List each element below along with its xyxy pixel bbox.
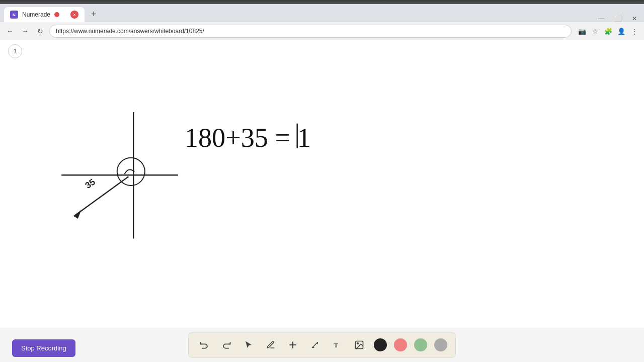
new-tab-button[interactable]: + bbox=[87, 7, 101, 21]
browser-frame: N Numerade × + — ⬜ ✕ ← → ↻ 📷 ☆ 🧩 👤 ⋮ bbox=[0, 0, 644, 362]
svg-point-4 bbox=[117, 158, 145, 186]
select-tool-button[interactable] bbox=[241, 337, 256, 352]
add-element-button[interactable] bbox=[285, 337, 300, 352]
bottom-bar: Stop Recording bbox=[0, 328, 644, 362]
refresh-button[interactable]: ↻ bbox=[34, 25, 46, 37]
whiteboard-content[interactable]: 1 35 180+35 = 1 bbox=[0, 40, 644, 328]
color-gray-button[interactable] bbox=[434, 338, 447, 351]
stop-recording-button[interactable]: Stop Recording bbox=[12, 339, 75, 357]
extension-icon[interactable]: 🧩 bbox=[603, 26, 614, 37]
back-button[interactable]: ← bbox=[4, 25, 16, 37]
browser-toolbar-icons: 📷 ☆ 🧩 👤 ⋮ bbox=[577, 26, 640, 37]
minimize-button[interactable]: — bbox=[595, 15, 607, 22]
color-pink-button[interactable] bbox=[394, 338, 407, 351]
close-button[interactable]: ✕ bbox=[629, 15, 640, 22]
camera-icon[interactable]: 📷 bbox=[577, 26, 588, 37]
address-input[interactable] bbox=[49, 25, 572, 38]
menu-icon[interactable]: ⋮ bbox=[629, 26, 640, 37]
color-green-button[interactable] bbox=[414, 338, 427, 351]
svg-line-10 bbox=[312, 342, 318, 348]
undo-button[interactable] bbox=[197, 337, 212, 352]
svg-point-15 bbox=[357, 343, 359, 344]
color-black-button[interactable] bbox=[374, 338, 387, 351]
forward-button[interactable]: → bbox=[19, 25, 31, 37]
whiteboard-svg: 35 180+35 = 1 bbox=[0, 40, 644, 328]
svg-text:35: 35 bbox=[83, 176, 97, 191]
svg-marker-3 bbox=[74, 210, 82, 219]
profile-icon[interactable]: 👤 bbox=[616, 26, 627, 37]
maximize-button[interactable]: ⬜ bbox=[611, 15, 625, 22]
svg-text:T: T bbox=[334, 341, 338, 349]
redo-button[interactable] bbox=[219, 337, 234, 352]
recording-dot bbox=[54, 12, 59, 17]
text-tool-button[interactable]: T bbox=[330, 337, 345, 352]
tab-title: Numerade bbox=[22, 11, 50, 18]
svg-text:180+35 = 1: 180+35 = 1 bbox=[185, 123, 311, 153]
window-controls: — ⬜ ✕ bbox=[595, 15, 640, 22]
drawing-toolbar: T bbox=[188, 332, 456, 358]
pen-tool-button[interactable] bbox=[263, 337, 278, 352]
tab-favicon: N bbox=[10, 11, 18, 19]
bookmark-icon[interactable]: ☆ bbox=[590, 26, 601, 37]
image-tool-button[interactable] bbox=[352, 337, 367, 352]
svg-line-2 bbox=[74, 176, 128, 216]
tab-close-button[interactable]: × bbox=[70, 11, 78, 19]
address-bar-row: ← → ↻ 📷 ☆ 🧩 👤 ⋮ bbox=[0, 22, 644, 40]
highlight-tool-button[interactable] bbox=[307, 337, 323, 352]
chrome-top-bar bbox=[0, 0, 644, 4]
active-tab[interactable]: N Numerade × bbox=[4, 7, 85, 22]
tab-bar: N Numerade × + — ⬜ ✕ bbox=[0, 4, 644, 22]
